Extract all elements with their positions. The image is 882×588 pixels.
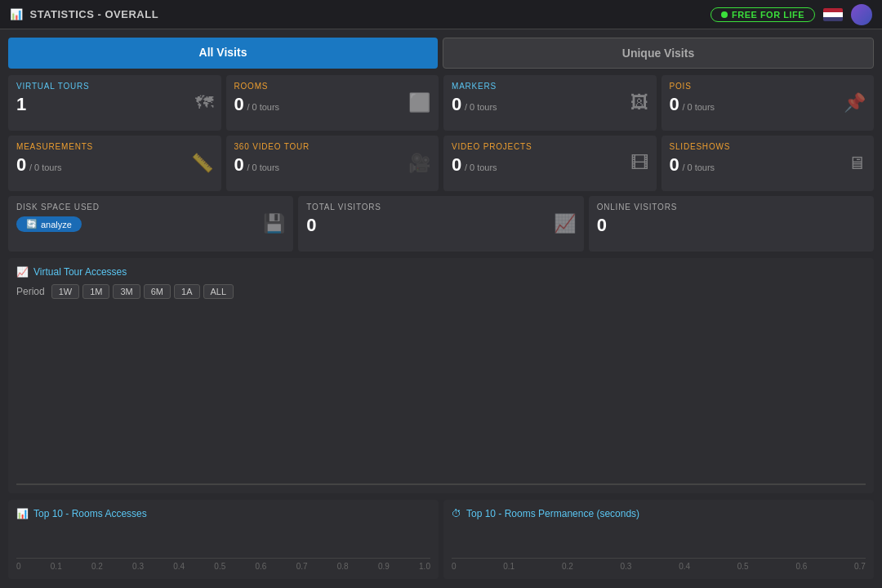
pois-icon: 📌	[844, 92, 866, 114]
stat-cards-row-1: VIRTUAL TOURS 1 🗺 ROOMS 0 / 0 tours ⬜ MA…	[8, 75, 874, 131]
slideshows-sub: / 0 tours	[682, 163, 715, 172]
stat-card-virtual-tours: VIRTUAL TOURS 1 🗺	[8, 75, 221, 131]
topbar: 📊 STATISTICS - OVERALL FREE FOR LIFE	[0, 0, 882, 29]
virtual-tours-icon: 🗺	[195, 92, 213, 114]
stat-cards-row-2: MEASUREMENTS 0 / 0 tours 📏 360 VIDEO TOU…	[8, 136, 874, 191]
stat-card-markers: MARKERS 0 / 0 tours 🖼	[443, 75, 657, 131]
360-video-label: 360 VIDEO TOUR	[234, 142, 431, 151]
info-card-total-visitors: TOTAL VISITORS 0 📈	[298, 196, 583, 252]
rooms-accesses-title: 📊 Top 10 - Rooms Accesses	[16, 508, 430, 519]
rooms-permanence-title-text: Top 10 - Rooms Permanence (seconds)	[466, 508, 639, 519]
period-buttons: Period 1W 1M 3M 6M 1A ALL	[16, 284, 866, 299]
measurements-label: MEASUREMENTS	[16, 142, 213, 151]
360-video-sub: / 0 tours	[247, 163, 279, 172]
disk-space-label: DISK SPACE USED	[16, 203, 285, 212]
period-1a[interactable]: 1A	[174, 284, 199, 299]
virtual-tour-accesses-chart: 📈 Virtual Tour Accesses Period 1W 1M 3M …	[8, 258, 874, 493]
rooms-label: ROOMS	[234, 82, 431, 91]
rooms-value: 0	[234, 94, 244, 114]
bottom-charts: 📊 Top 10 - Rooms Accesses 00.10.20.30.4 …	[8, 500, 874, 579]
chart-title: 📈 Virtual Tour Accesses	[16, 266, 866, 278]
total-visitors-icon: 📈	[554, 213, 576, 234]
stat-card-slideshows: SLIDESHOWS 0 / 0 tours 🖥	[662, 136, 875, 191]
avatar[interactable]	[851, 4, 872, 25]
virtual-tours-label: VIRTUAL TOURS	[16, 82, 213, 91]
stat-card-pois: POIS 0 / 0 tours 📌	[662, 75, 875, 131]
chart-area	[16, 305, 866, 485]
markers-sub: / 0 tours	[465, 102, 497, 112]
video-projects-icon: 🎞	[630, 153, 648, 174]
period-3m[interactable]: 3M	[113, 284, 140, 299]
period-1m[interactable]: 1M	[82, 284, 109, 299]
free-for-life-button[interactable]: FREE FOR LIFE	[710, 7, 815, 22]
info-card-online-visitors: ONLINE VISITORS 0	[589, 196, 874, 252]
bottom-chart-rooms-accesses: 📊 Top 10 - Rooms Accesses 00.10.20.30.4 …	[8, 500, 439, 579]
rooms-permanence-chart-inner	[452, 526, 866, 559]
rooms-icon: ⬜	[408, 92, 430, 114]
rooms-accesses-axis: 00.10.20.30.4 0.50.60.70.80.91.0	[16, 562, 430, 571]
slideshows-icon: 🖥	[848, 153, 866, 174]
topbar-left: 📊 STATISTICS - OVERALL	[10, 8, 158, 20]
language-flag-icon[interactable]	[823, 8, 843, 21]
disk-icon: 💾	[263, 213, 285, 234]
stat-card-360-video: 360 VIDEO TOUR 0 / 0 tours 🎥	[226, 136, 439, 191]
pois-label: POIS	[670, 82, 866, 91]
topbar-title: STATISTICS - OVERALL	[30, 8, 159, 20]
period-6m[interactable]: 6M	[144, 284, 171, 299]
online-visitors-label: ONLINE VISITORS	[597, 203, 866, 212]
info-card-disk-space: DISK SPACE USED 🔄 analyze 💾	[8, 196, 293, 252]
360-video-icon: 🎥	[408, 153, 430, 174]
virtual-tours-value: 1	[16, 94, 213, 115]
slideshows-value: 0	[670, 154, 679, 175]
chart-title-text: Virtual Tour Accesses	[33, 266, 127, 278]
total-visitors-label: TOTAL VISITORS	[306, 203, 575, 212]
main-content: All Visits Unique Visits VIRTUAL TOURS 1…	[0, 29, 882, 587]
period-all[interactable]: ALL	[203, 284, 234, 299]
rooms-permanence-title: ⏱ Top 10 - Rooms Permanence (seconds)	[452, 508, 866, 519]
pois-value: 0	[670, 94, 679, 114]
info-cards-row: DISK SPACE USED 🔄 analyze 💾 TOTAL VISITO…	[8, 196, 874, 252]
rooms-accesses-icon: 📊	[16, 508, 29, 519]
360-video-value: 0	[234, 154, 244, 175]
bottom-chart-rooms-permanence: ⏱ Top 10 - Rooms Permanence (seconds) 00…	[443, 500, 874, 579]
rooms-permanence-icon: ⏱	[452, 508, 461, 519]
visit-tabs: All Visits Unique Visits	[8, 38, 874, 69]
markers-label: MARKERS	[452, 82, 648, 91]
analyze-label: analyze	[41, 220, 72, 229]
measurements-icon: 📏	[191, 153, 213, 174]
chart-title-icon: 📈	[16, 266, 29, 278]
rooms-permanence-axis: 00.10.20.30.4 0.50.60.7	[452, 562, 866, 571]
measurements-value: 0	[16, 154, 26, 175]
topbar-right: FREE FOR LIFE	[710, 4, 872, 25]
video-projects-value: 0	[452, 154, 461, 175]
tab-all-visits[interactable]: All Visits	[8, 38, 438, 69]
stat-card-measurements: MEASUREMENTS 0 / 0 tours 📏	[8, 136, 221, 191]
pois-sub: / 0 tours	[682, 102, 715, 112]
slideshows-label: SLIDESHOWS	[670, 142, 866, 151]
period-1w[interactable]: 1W	[51, 284, 80, 299]
rooms-accesses-title-text: Top 10 - Rooms Accesses	[33, 508, 147, 519]
markers-value: 0	[452, 94, 461, 114]
analyze-icon: 🔄	[26, 219, 38, 229]
markers-icon: 🖼	[630, 92, 648, 114]
measurements-sub: / 0 tours	[29, 163, 62, 172]
chart-axis-line	[16, 483, 866, 484]
stats-icon: 📊	[10, 8, 24, 20]
stat-card-video-projects: VIDEO PROJECTS 0 / 0 tours 🎞	[443, 136, 657, 191]
video-projects-label: VIDEO PROJECTS	[452, 142, 648, 151]
analyze-button[interactable]: 🔄 analyze	[16, 216, 82, 232]
tab-unique-visits[interactable]: Unique Visits	[443, 38, 874, 69]
rooms-accesses-chart-inner	[16, 526, 430, 559]
video-projects-sub: / 0 tours	[465, 163, 497, 172]
period-label: Period	[16, 286, 45, 297]
online-visitors-value: 0	[597, 215, 866, 236]
total-visitors-value: 0	[306, 215, 575, 236]
rooms-sub: / 0 tours	[247, 102, 279, 112]
stat-card-rooms: ROOMS 0 / 0 tours ⬜	[226, 75, 439, 131]
